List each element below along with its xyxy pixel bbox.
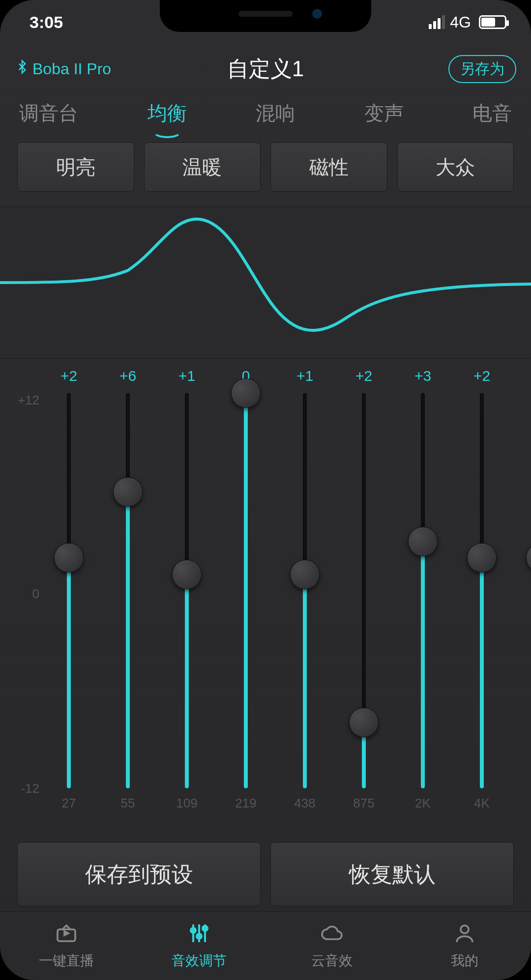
slider-value-label: +2 xyxy=(39,364,98,388)
eq-slider-55[interactable]: +655 xyxy=(98,364,157,813)
slider-track xyxy=(67,393,71,788)
cloud-icon xyxy=(320,922,344,949)
nav-label: 一键直播 xyxy=(39,951,94,970)
device-notch xyxy=(160,0,371,32)
nav-label: 音效调节 xyxy=(172,951,227,970)
slider-value-label: +1 xyxy=(275,364,334,388)
slider-knob[interactable] xyxy=(467,543,497,573)
slider-value-label: + xyxy=(511,364,531,388)
slider-freq-label: 2K xyxy=(393,793,452,813)
slider-track xyxy=(126,393,130,788)
slider-freq-label: 875 xyxy=(334,793,393,813)
signal-icon xyxy=(429,15,445,29)
eq-slider-2K[interactable]: +32K xyxy=(393,364,452,813)
slider-value-label: +1 xyxy=(157,364,216,388)
slider-track xyxy=(244,393,248,788)
status-time: 3:05 xyxy=(30,13,63,32)
slider-knob[interactable] xyxy=(172,560,202,589)
slider-track xyxy=(362,393,366,788)
slider-freq-label: 109 xyxy=(157,793,216,813)
save-as-button[interactable]: 另存为 xyxy=(448,55,516,83)
eq-axis: +12 0 -12 xyxy=(10,396,39,793)
axis-mid: 0 xyxy=(32,586,39,602)
slider-knob[interactable] xyxy=(349,708,379,737)
nav-label: 云音效 xyxy=(311,951,353,970)
eq-slider-27[interactable]: +227 xyxy=(39,364,98,813)
eq-slider-4K[interactable]: +24K xyxy=(452,364,511,813)
bluetooth-icon xyxy=(15,59,30,78)
slider-knob[interactable] xyxy=(54,543,84,573)
tab-autotune[interactable]: 电音 xyxy=(471,96,514,131)
slider-track xyxy=(185,393,189,788)
preset-bright[interactable]: 明亮 xyxy=(17,143,134,192)
nav-broadcast[interactable]: 一键直播 xyxy=(0,912,133,980)
slider-track xyxy=(480,393,484,788)
slider-freq-label: 27 xyxy=(39,793,98,813)
nav-cloud-fx[interactable]: 云音效 xyxy=(266,912,398,980)
battery-icon xyxy=(479,15,506,29)
eq-slider-109[interactable]: +1109 xyxy=(157,364,216,813)
slider-freq-label: 438 xyxy=(275,793,334,813)
eq-sliders-area: +12 0 -12 +227+655+11090219+1438+2875+32… xyxy=(0,364,531,813)
svg-point-6 xyxy=(203,926,207,931)
preset-magnetic[interactable]: 磁性 xyxy=(270,143,387,192)
nav-sound-fx[interactable]: 音效调节 xyxy=(133,912,266,980)
slider-value-label: +2 xyxy=(452,364,511,388)
tab-mixer[interactable]: 调音台 xyxy=(17,96,80,131)
axis-min: -12 xyxy=(21,781,39,796)
slider-track xyxy=(421,393,425,788)
slider-knob[interactable] xyxy=(526,543,531,573)
section-tabs: 调音台 均衡 混响 变声 电音 xyxy=(0,93,531,133)
slider-freq-label: 219 xyxy=(216,793,275,813)
eq-curve-display xyxy=(0,206,531,359)
slider-value-label: +6 xyxy=(98,364,157,388)
slider-value-label: +2 xyxy=(334,364,393,388)
slider-track xyxy=(303,393,307,788)
svg-point-4 xyxy=(197,934,202,939)
eq-slider-875[interactable]: +2875 xyxy=(334,364,393,813)
eq-slider-7K[interactable]: +7K xyxy=(511,364,531,813)
device-name: Boba II Pro xyxy=(32,60,111,78)
page-title: 自定义1 xyxy=(227,55,304,84)
slider-freq-label: 55 xyxy=(98,793,157,813)
tab-eq[interactable]: 均衡 xyxy=(146,96,189,131)
axis-max: +12 xyxy=(18,393,39,408)
preset-popular[interactable]: 大众 xyxy=(397,143,514,192)
nav-label: 我的 xyxy=(451,951,478,970)
eq-slider-438[interactable]: +1438 xyxy=(275,364,334,813)
sliders-icon xyxy=(187,922,211,949)
slider-value-label: +3 xyxy=(393,364,452,388)
svg-point-7 xyxy=(461,925,469,933)
network-label: 4G xyxy=(450,13,471,31)
svg-point-2 xyxy=(191,928,196,933)
eq-slider-219[interactable]: 0219 xyxy=(216,364,275,813)
slider-knob[interactable] xyxy=(113,477,143,507)
slider-knob[interactable] xyxy=(290,560,320,589)
tab-voice[interactable]: 变声 xyxy=(362,96,406,131)
bottom-nav: 一键直播 音效调节 云音效 xyxy=(0,911,531,980)
tab-reverb[interactable]: 混响 xyxy=(254,96,297,131)
slider-knob[interactable] xyxy=(231,378,261,408)
profile-icon xyxy=(453,922,476,949)
preset-warm[interactable]: 温暖 xyxy=(144,143,261,192)
broadcast-icon xyxy=(55,922,78,949)
slider-knob[interactable] xyxy=(408,527,438,556)
slider-freq-label: 7K xyxy=(511,793,531,813)
restore-default-button[interactable]: 恢复默认 xyxy=(270,842,514,906)
nav-profile[interactable]: 我的 xyxy=(398,912,531,980)
save-to-preset-button[interactable]: 保存到预设 xyxy=(17,842,261,906)
slider-freq-label: 4K xyxy=(452,793,511,813)
